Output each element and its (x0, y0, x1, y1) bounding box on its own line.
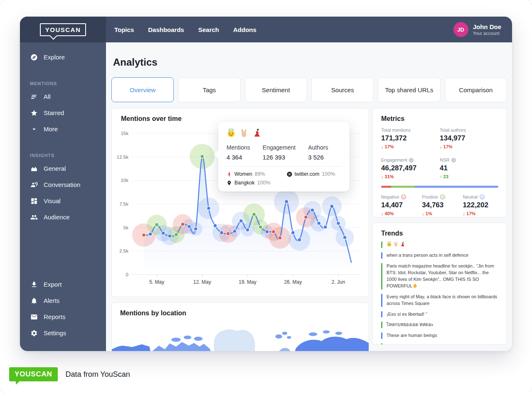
map-title: Mentions by location (112, 309, 369, 317)
data-point-negative[interactable] (304, 215, 308, 219)
info-icon[interactable]: i (451, 158, 456, 162)
sidebar-item-alerts[interactable]: Alerts (20, 292, 106, 309)
data-point-neutral[interactable] (194, 227, 197, 231)
data-point-neutral[interactable] (187, 225, 191, 228)
data-point-neutral[interactable] (343, 236, 347, 239)
sidebar-item-starred[interactable]: Starred (20, 105, 106, 121)
data-point-neutral[interactable] (233, 229, 236, 233)
mentions-by-location-card: Mentions by location (111, 302, 369, 351)
sidebar-item-export[interactable]: Export (20, 276, 106, 292)
data-point-neutral[interactable] (265, 230, 269, 233)
y-tick-label: 15k (121, 131, 128, 136)
trend-text: ¡Eso sí es libertad! “ (387, 311, 427, 318)
nav-item-dashboards[interactable]: Dashboards (148, 26, 184, 33)
map-region-svalbard[interactable] (282, 332, 287, 335)
map-region-scandinavia[interactable] (275, 348, 292, 351)
nav-item-search[interactable]: Search (198, 26, 219, 33)
metric-label: Total authors (440, 128, 498, 133)
envelope-icon (30, 313, 38, 321)
data-point-negative[interactable] (181, 222, 185, 226)
tab-sources[interactable]: Sources (311, 77, 374, 102)
tab-sentiment[interactable]: Sentiment (245, 77, 307, 102)
map-region-svalbard[interactable] (287, 336, 291, 339)
map-region-island[interactable] (323, 330, 330, 334)
map-region-island[interactable] (335, 332, 342, 335)
map-region-island[interactable] (194, 337, 203, 341)
trend-text: ไหลกบหยองเอด ทสดอะ (387, 322, 433, 328)
star-icon (30, 109, 38, 117)
sidebar-item-explore[interactable]: Explore (20, 49, 106, 65)
nav-item-addons[interactable]: Addons (233, 26, 256, 33)
map-region-russia[interactable] (294, 337, 369, 351)
trend-item[interactable]: ¡Eso sí es libertad! “ (381, 311, 498, 318)
data-point-neutral[interactable] (285, 200, 288, 204)
data-point-positive[interactable] (175, 233, 178, 236)
data-point-neutral[interactable] (298, 238, 301, 242)
data-point-negative[interactable] (278, 236, 282, 240)
data-point-positive[interactable] (155, 223, 159, 226)
data-point-negative[interactable] (226, 232, 230, 236)
fire-emoji (412, 283, 418, 288)
data-point-negative[interactable] (272, 230, 276, 233)
tab-comparison[interactable]: Comparison (445, 77, 507, 102)
sidebar-item-general[interactable]: General (20, 160, 106, 177)
tab-top-shared-urls[interactable]: Top shared URLs (378, 77, 440, 102)
data-point-neutral[interactable] (317, 221, 321, 225)
data-point-neutral[interactable] (168, 234, 172, 238)
data-point-neutral[interactable] (337, 221, 340, 225)
account-menu[interactable]: JD John Doe Your account (453, 17, 512, 42)
map-region-greenland[interactable] (214, 330, 255, 351)
sidebar-item-visual[interactable]: Visual (20, 193, 106, 209)
map-region-canada[interactable] (151, 342, 213, 351)
data-point-neutral[interactable] (239, 219, 243, 223)
tab-bar: OverviewTagsSentimentSourcesTop shared U… (111, 77, 507, 102)
logo-block[interactable]: YOUSCAN (20, 17, 106, 42)
data-point-neutral[interactable] (148, 232, 152, 236)
grid-icon (30, 197, 38, 205)
trend-item[interactable] (381, 241, 498, 248)
data-point-neutral[interactable] (330, 204, 334, 208)
sidebar-item-conversation[interactable]: Conversation (20, 177, 106, 193)
map-region-island[interactable] (184, 336, 192, 339)
sidebar-item-reports[interactable]: Reports (20, 309, 106, 325)
metric-value: 46,287,497 (381, 164, 440, 172)
trend-item[interactable]: when a trans person acts in self defence (381, 252, 498, 259)
data-point-neutral[interactable] (161, 231, 165, 235)
map-region-svalbard[interactable] (275, 334, 282, 339)
trend-item[interactable]: يا رب (381, 343, 498, 345)
trend-item[interactable]: ไหลกบหยองเอด ทสดอะ (381, 322, 498, 328)
map-region-island[interactable] (171, 338, 181, 342)
data-point-positive[interactable] (259, 225, 262, 229)
info-icon[interactable]: i (409, 158, 414, 162)
sidebar-item-audience[interactable]: Audience (20, 209, 106, 225)
trend-text: Every night of May, a black face is show… (387, 294, 498, 307)
data-point-neutral[interactable] (220, 231, 224, 235)
data-point-neutral[interactable] (323, 225, 327, 229)
map-region-alaska[interactable] (112, 344, 151, 351)
data-point-positive[interactable] (252, 212, 256, 216)
trend-item[interactable]: Every night of May, a black face is show… (381, 294, 498, 307)
metric-delta: ↓ 40% (381, 211, 422, 216)
tab-overview[interactable]: Overview (111, 77, 174, 102)
trend-item[interactable]: Paris match magazine headline for seokji… (381, 263, 498, 290)
page-footer: YOUSCAN Data from YouScan (9, 367, 130, 381)
data-point-neutral[interactable] (246, 228, 249, 232)
sidebar-item-more[interactable]: More (20, 121, 106, 137)
metric-label: NSRi (440, 157, 498, 162)
nav-item-topics[interactable]: Topics (114, 26, 134, 33)
world-map[interactable] (112, 323, 369, 351)
trend-color-bar (381, 263, 382, 290)
sidebar-item-all[interactable]: All (20, 88, 106, 105)
tab-tags[interactable]: Tags (178, 77, 240, 102)
map-region-island[interactable] (309, 332, 318, 336)
emoji (252, 128, 261, 138)
data-point-negative[interactable] (142, 233, 146, 237)
data-point-positive[interactable] (200, 155, 204, 158)
data-point-neutral[interactable] (213, 224, 217, 228)
sidebar-item-settings[interactable]: Settings (20, 325, 106, 341)
list-lines-icon (30, 93, 38, 101)
data-point-neutral[interactable] (207, 206, 211, 210)
data-point-neutral[interactable] (310, 208, 314, 212)
data-point-neutral[interactable] (291, 231, 295, 235)
trend-item[interactable]: These are human beings (381, 332, 498, 339)
